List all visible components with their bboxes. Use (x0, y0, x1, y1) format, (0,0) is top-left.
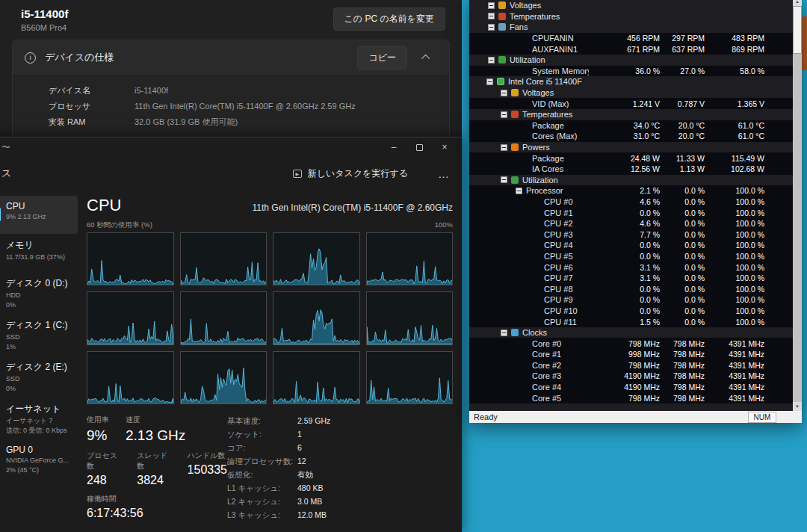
sensor-row[interactable]: VID (Max) 1.241 V 0.787 V 1.365 V (469, 98, 793, 109)
rename-pc-button[interactable]: この PC の名前を変更 (333, 7, 445, 31)
sensor-label: Core #5 (532, 393, 561, 403)
tree-expander-icon[interactable] (516, 188, 522, 194)
chevron-up-icon[interactable] (421, 55, 430, 63)
sensor-row[interactable]: Voltages (469, 87, 793, 99)
copy-button[interactable]: コピー (357, 46, 407, 69)
background-window-sliver (802, 16, 807, 70)
tree-expander-icon[interactable] (501, 111, 507, 118)
taskman-sidebar-item[interactable]: メモリ 11.7/31.9 GB (37%) (0, 234, 78, 272)
sensor-row[interactable]: CPU #9 0.0 % 0.0 % 100.0 % (469, 294, 793, 306)
device-spec-rows: デバイス名 i5-11400f プロセッサ 11th Gen Intel(R) … (13, 75, 449, 140)
sensor-row[interactable]: Core #0 798 MHz 798 MHz 4391 MHz (469, 338, 793, 349)
sensor-row[interactable]: Utilization (469, 175, 793, 186)
taskman-sidebar-item[interactable]: イーサネット イーサネット 7 送信: 0 受信: 0 Kbps (0, 398, 78, 439)
tree-expander-icon[interactable] (501, 144, 507, 151)
cpu-logical-processor-graph[interactable] (87, 232, 174, 285)
stat-label: 速度 (126, 415, 185, 425)
taskman-sidebar-item[interactable]: ディスク 0 (D:) HDD 0% (0, 272, 78, 314)
tree-expander-icon[interactable] (488, 24, 495, 31)
sensor-value-max: 100.0 % (705, 273, 764, 283)
sensor-row[interactable]: CPU #11 1.5 % 0.0 % 100.0 % (469, 316, 793, 327)
sensor-row[interactable]: CPU #4 0.0 % 0.0 % 100.0 % (469, 240, 793, 251)
sensor-row[interactable]: CPU #0 4.6 % 0.0 % 100.0 % (469, 197, 793, 208)
cpu-logical-processor-graph[interactable] (366, 291, 454, 344)
tree-expander-icon[interactable] (501, 176, 507, 183)
sensor-value-max: 4391 MHz (705, 338, 764, 349)
sensor-row[interactable]: Temperatures (469, 109, 793, 120)
cpu-logical-processor-graph[interactable] (87, 351, 174, 404)
more-options-button[interactable]: … (438, 167, 450, 180)
sensor-row[interactable]: System Memory 36.0 % 27.0 % 58.0 % (469, 66, 793, 77)
scrollbar[interactable]: ▲ ▼ (793, 0, 802, 411)
sensor-value-current: 4.6 % (589, 197, 660, 207)
sensor-row[interactable]: Temperatures (469, 11, 793, 22)
sensor-row[interactable]: CPU #3 7.7 % 0.0 % 100.0 % (469, 229, 793, 240)
sensor-row[interactable]: Fans (469, 22, 793, 33)
detail-value: 有効 (297, 470, 330, 480)
cpu-logical-processor-graph[interactable] (180, 291, 268, 344)
minimize-button[interactable]: – (381, 137, 406, 157)
cpu-logical-processor-graph[interactable] (273, 291, 360, 344)
tree-expander-icon[interactable] (488, 13, 495, 19)
sensor-row[interactable]: Utilization (469, 55, 793, 66)
taskman-sidebar-item[interactable]: ディスク 1 (C:) SSD 1% (0, 314, 78, 356)
sensor-row[interactable]: CPU #5 0.0 % 0.0 % 100.0 % (469, 251, 793, 262)
sensor-row[interactable]: Core #3 4190 MHz 798 MHz 4391 MHz (469, 371, 793, 382)
detail-label: コア: (227, 443, 291, 454)
cpu-logical-processor-graph[interactable] (366, 232, 454, 285)
close-button[interactable]: × (432, 137, 457, 157)
sensor-row[interactable]: CPU #7 3.1 % 0.0 % 100.0 % (469, 273, 793, 284)
tree-expander-icon[interactable] (501, 330, 507, 336)
cpu-logical-processor-graph[interactable] (180, 351, 268, 404)
sensor-row[interactable]: IA Cores 12.56 W 1.13 W 102.68 W (469, 164, 793, 175)
sensor-row[interactable]: CPUFANIN 456 RPM 297 RPM 483 RPM (469, 33, 793, 44)
scrollbar-thumb[interactable] (793, 6, 802, 54)
sensor-label: CPU #10 (544, 306, 578, 316)
sensor-row[interactable]: Cores (Max) 31.0 °C 20.0 °C 61.0 °C (469, 131, 793, 142)
sensor-label: VID (Max) (532, 99, 569, 109)
taskman-sidebar-item[interactable]: GPU 0 NVIDIA GeForce G... 2% (45 °C) (0, 439, 78, 479)
sensor-value-max: 4391 MHz (705, 360, 764, 371)
sensor-row[interactable]: Core #1 998 MHz 798 MHz 4391 MHz (469, 349, 793, 360)
maximize-button[interactable] (406, 137, 432, 157)
sensor-row[interactable]: Core #4 4190 MHz 798 MHz 4391 MHz (469, 382, 793, 393)
sensor-row[interactable]: CPU #6 3.1 % 0.0 % 100.0 % (469, 262, 793, 273)
sensor-value-min: 11.33 W (660, 153, 705, 164)
taskman-sidebar-item[interactable]: CPU 9% 2.13 GHz (0, 196, 78, 234)
sensor-row[interactable]: Core #5 798 MHz 798 MHz 4391 MHz (469, 392, 793, 403)
cpu-logical-processor-graph[interactable] (273, 351, 360, 404)
sensor-row[interactable]: Package 24.48 W 11.33 W 115.49 W (469, 152, 793, 164)
sensor-row[interactable]: CPU #10 0.0 % 0.0 % 100.0 % (469, 306, 793, 317)
cpu-logical-processor-graph[interactable] (87, 291, 174, 344)
sensor-row[interactable]: Clocks (469, 327, 793, 338)
tree-expander-icon[interactable] (488, 2, 495, 9)
sensor-row[interactable]: Package 34.0 °C 20.0 °C 61.0 °C (469, 120, 793, 132)
tree-expander-icon[interactable] (501, 90, 507, 96)
taskman-sidebar-item[interactable]: ディスク 2 (E:) SSD 0% (0, 356, 78, 398)
sensor-row[interactable]: Core #2 798 MHz 798 MHz 4391 MHz (469, 360, 793, 371)
taskman-titlebar[interactable]: 〜 – × (0, 137, 462, 157)
run-new-task-button[interactable]: 新しいタスクを実行する (288, 167, 412, 181)
sensor-row[interactable]: Powers (469, 142, 793, 153)
sidebar-item-line3: 1% (6, 343, 73, 351)
tree-expander-icon[interactable] (486, 78, 493, 85)
scroll-up-arrow[interactable]: ▲ (793, 0, 802, 6)
tree-expander-icon[interactable] (488, 57, 495, 64)
taskman-toolbar: ス 新しいタスクを実行する … (0, 157, 462, 190)
status-text: Ready (469, 412, 748, 421)
sensor-value-current: 31.0 °C (589, 131, 660, 141)
sensor-row[interactable]: CPU #8 0.0 % 0.0 % 100.0 % (469, 283, 793, 294)
scroll-down-arrow[interactable]: ▼ (793, 402, 802, 411)
cpu-logical-processor-graph[interactable] (180, 232, 268, 285)
sensor-row[interactable]: AUXFANIN1 671 RPM 637 RPM 869 RPM (469, 43, 793, 55)
cpu-logical-processor-graph[interactable] (273, 232, 360, 285)
sensor-row[interactable]: Intel Core i5 11400F (469, 76, 793, 87)
cpu-logical-processor-graph[interactable] (366, 351, 454, 404)
device-spec-card-header[interactable]: デバイスの仕様 コピー (13, 40, 449, 75)
sensor-row[interactable]: Voltages (469, 0, 793, 11)
sensor-row[interactable]: Processor 2.1 % 0.0 % 100.0 % (469, 185, 793, 197)
sensor-label: CPU #9 (544, 294, 573, 305)
sensor-value-max: 1.365 V (705, 99, 764, 109)
sensor-row[interactable]: CPU #1 0.0 % 0.0 % 100.0 % (469, 207, 793, 218)
sensor-row[interactable]: CPU #2 4.6 % 0.0 % 100.0 % (469, 218, 793, 229)
